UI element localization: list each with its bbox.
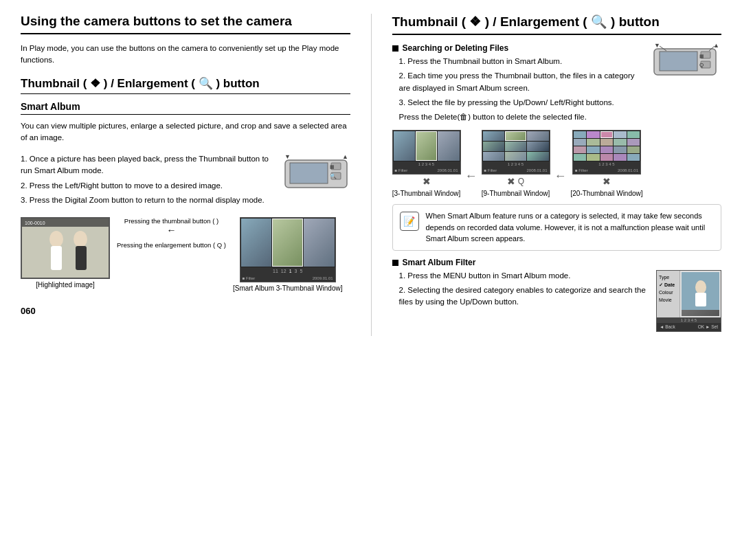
pressing-enlargement-label: Pressing the enlargement button ( Q ) <box>117 241 226 249</box>
svg-text:▦: ▦ <box>330 164 335 169</box>
20-thumb-label: [20-Thumbnail Window] <box>571 190 643 197</box>
right-column: Thumbnail ( ❖ ) / Enlargement ( 🔍 ) butt… <box>371 14 722 336</box>
filter-menu: Type ✓ Date Colour Movie <box>657 271 680 317</box>
3-thumb-window: 1 2 3 4 5 ■ Filter2008.01.01 <box>392 130 461 175</box>
step-3: 3. Press the Digital Zoom button to retu… <box>21 194 350 206</box>
smart-album-window-wrapper: 11 12 1 3 5 ■ Filter 2009.01.01 [Smart A… <box>233 217 343 292</box>
svg-text:100-0010: 100-0010 <box>25 221 45 225</box>
button-labels: Pressing the thumbnail button ( ) ← Pres… <box>117 217 226 249</box>
page-number: 060 <box>21 306 350 316</box>
svg-rect-16 <box>660 52 697 71</box>
right-camera-diagram: ▼ ▲ ▦ Q <box>653 43 721 83</box>
left-column: Using the camera buttons to set the came… <box>21 14 350 336</box>
filter-date: ✓ Date <box>659 281 677 289</box>
9-thumb-wrapper: 1 2 3 4 5 ■ Filter2008.01.01 ✖ Q [9-Thum… <box>482 130 550 197</box>
20-thumb-window: 1 2 3 4 5 ■ Filter2008.01.01 <box>572 130 641 175</box>
search-step-3: 3. Select the file by pressing the Up/Do… <box>399 97 722 109</box>
searching-heading: Searching or Deleting Files <box>392 43 647 53</box>
svg-rect-8 <box>22 219 110 279</box>
highlighted-image: 100-0010 <box>21 217 110 279</box>
svg-rect-12 <box>76 246 87 270</box>
thumb-windows-row: 1 2 3 4 5 ■ Filter2008.01.01 ✖ [3-Thumbn… <box>392 130 722 197</box>
svg-point-11 <box>74 231 87 247</box>
svg-text:▼: ▼ <box>654 43 660 49</box>
svg-text:▦: ▦ <box>699 54 704 58</box>
smart-album-body: You can view multiple pictures, enlarge … <box>21 120 350 144</box>
filter-bullet <box>392 260 398 266</box>
main-title: Using the camera buttons to set the came… <box>21 14 350 34</box>
svg-rect-27 <box>695 293 706 306</box>
smart-album-label: [Smart Album 3-Thumbnail Window] <box>233 284 343 292</box>
note-text: When Smart Album feature runs or a categ… <box>426 210 715 245</box>
diagram-area: 100-0010 [Highlighted image] Pressing th… <box>21 217 350 292</box>
svg-point-9 <box>49 231 63 247</box>
section-title-left: Thumbnail ( ❖ ) / Enlargement ( 🔍 ) butt… <box>21 76 350 94</box>
search-step-4: Press the Delete(🗑) button to delete the… <box>399 111 722 123</box>
smart-album-window: 11 12 1 3 5 ■ Filter 2009.01.01 <box>240 217 336 282</box>
highlighted-image-wrapper: 100-0010 [Highlighted image] <box>21 217 110 289</box>
smart-album-bar: ■ Filter 2009.01.01 <box>240 275 335 282</box>
filter-colour: Colour <box>659 289 677 296</box>
svg-rect-1 <box>290 163 328 183</box>
camera-top-diagram: ▼ ▲ ▦ 🔍 <box>282 153 350 195</box>
right-main-title: Thumbnail ( ❖ ) / Enlargement ( 🔍 ) butt… <box>392 14 722 35</box>
filter-heading: Smart Album Filter <box>392 258 722 267</box>
highlighted-image-label: [Highlighted image] <box>36 281 95 289</box>
svg-text:▼: ▼ <box>284 153 291 160</box>
filter-movie: Movie <box>659 296 677 304</box>
intro-text: In Play mode, you can use the buttons on… <box>21 43 350 67</box>
3-thumb-label: [3-Thumbnail Window] <box>392 190 460 197</box>
filter-preview <box>682 272 719 316</box>
filter-box-content: Type ✓ Date Colour Movie <box>657 271 721 317</box>
filter-box: Type ✓ Date Colour Movie 1 2 3 4 <box>656 270 721 332</box>
svg-text:🔍: 🔍 <box>330 172 337 179</box>
svg-text:▲: ▲ <box>342 153 348 160</box>
filter-bar: ◄ Back OK ► Set <box>657 323 721 331</box>
smart-album-filter-section: Smart Album Filter Type ✓ Date Colour Mo… <box>392 258 722 309</box>
9-thumb-window: 1 2 3 4 5 ■ Filter2008.01.01 <box>482 130 550 175</box>
pressing-thumbnail-label: Pressing the thumbnail button ( ) ← <box>117 217 226 236</box>
20-thumb-wrapper: 1 2 3 4 5 ■ Filter2008.01.01 ✖ [20-Thumb… <box>571 130 643 197</box>
svg-point-26 <box>695 280 706 294</box>
bullet-square <box>392 45 398 52</box>
smart-album-subtitle: Smart Album <box>21 101 350 115</box>
svg-text:Q: Q <box>699 62 704 68</box>
9-thumb-label: [9-Thumbnail Window] <box>482 190 550 197</box>
note-icon: 📝 <box>400 212 419 231</box>
filter-type: Type <box>659 273 677 281</box>
svg-rect-10 <box>51 246 62 270</box>
note-box: 📝 When Smart Album feature runs or a cat… <box>392 204 722 251</box>
3-thumb-wrapper: 1 2 3 4 5 ■ Filter2008.01.01 ✖ [3-Thumbn… <box>392 130 461 197</box>
